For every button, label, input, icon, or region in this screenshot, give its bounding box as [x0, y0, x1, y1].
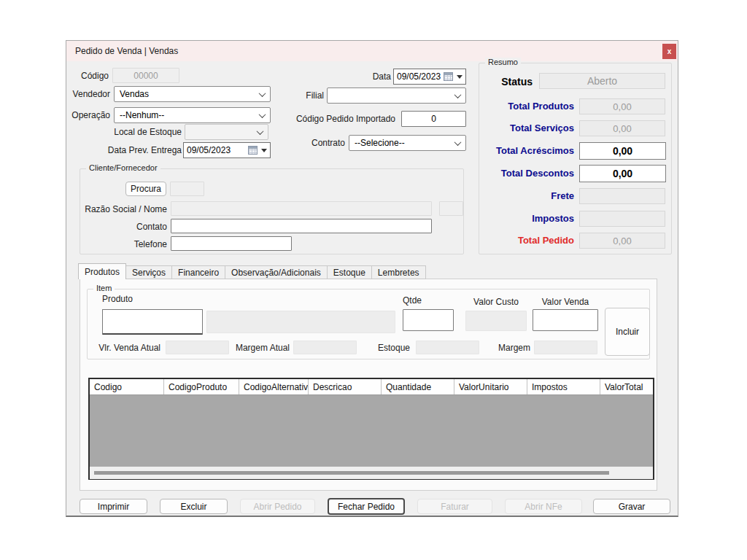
razao-social-label: Razão Social / Nome [80, 204, 167, 214]
calendar-icon [248, 146, 258, 155]
valor-custo-label: Valor Custo [465, 297, 527, 307]
pedido-venda-window: Pedido de Venda | Vendas x Código 00000 … [66, 40, 678, 517]
contato-field[interactable] [171, 219, 432, 233]
tab-lembretes[interactable]: Lembretes [372, 265, 426, 279]
incluir-button[interactable]: Incluir [605, 308, 650, 356]
abrir-pedido-button: Abrir Pedido [240, 499, 315, 514]
data-prev-entrega-value: 09/05/2023 [187, 145, 231, 155]
horizontal-scrollbar[interactable] [90, 467, 653, 479]
vendedor-combo[interactable]: Vendas [114, 86, 271, 102]
status-label: Status [479, 76, 533, 88]
frete-label: Frete [479, 190, 574, 201]
estoque-label: Estoque [352, 343, 410, 353]
faturar-button: Faturar [417, 499, 492, 514]
valor-venda-label: Valor Venda [533, 297, 598, 307]
filial-label: Filial [285, 90, 324, 101]
procura-button[interactable]: Procura [125, 182, 166, 196]
produto-field[interactable] [102, 309, 203, 335]
grid-header-descricao[interactable]: Descricao [309, 379, 382, 394]
item-group: Item Produto Qtde Valor Custo Valor Vend… [87, 289, 650, 359]
tab-bar: Produtos Serviços Financeiro Observação/… [78, 263, 426, 279]
gravar-button[interactable]: Gravar [593, 499, 670, 514]
grid-header-quantidade[interactable]: Quantidade [382, 379, 454, 394]
excluir-button[interactable]: Excluir [160, 499, 228, 514]
itens-grid: Codigo CodigoProduto CodigoAlternativo D… [88, 378, 654, 480]
data-value: 09/05/2023 [397, 71, 441, 82]
impostos-label: Impostos [479, 213, 574, 224]
operacao-combo[interactable]: --Nenhum-- [114, 107, 271, 123]
total-pedido-field: 0,00 [579, 233, 665, 249]
vendedor-value: Vendas [120, 89, 149, 99]
imprimir-button[interactable]: Imprimir [80, 499, 147, 514]
filial-combo[interactable] [327, 88, 466, 104]
valor-custo-field [465, 311, 527, 331]
margem-field [534, 341, 597, 354]
grid-header-codigo[interactable]: Codigo [90, 379, 164, 394]
abrir-nfe-button: Abrir NFe [505, 499, 582, 514]
status-field: Aberto [539, 73, 665, 89]
resumo-group: Resumo Status Aberto Total Produtos 0,00… [479, 63, 672, 254]
data-label: Data [351, 71, 391, 82]
data-picker[interactable]: 09/05/2023 [393, 69, 466, 85]
estoque-field [416, 341, 479, 354]
contrato-combo[interactable]: --Selecione-- [349, 135, 466, 151]
total-servicos-field: 0,00 [579, 120, 665, 136]
codigo-pedido-importado-field[interactable]: 0 [401, 111, 466, 127]
total-descontos-field[interactable]: 0,00 [579, 165, 666, 182]
chevron-down-icon [454, 139, 462, 146]
tab-observacao-adicionais[interactable]: Observação/Adicionais [225, 265, 328, 279]
grid-header-row: Codigo CodigoProduto CodigoAlternativo D… [90, 379, 653, 395]
data-prev-entrega-label: Data Prev. Entrega [107, 145, 182, 155]
resumo-caption: Resumo [485, 58, 521, 66]
produto-descricao-field [206, 311, 395, 333]
grid-header-valorunitario[interactable]: ValorUnitario [454, 379, 527, 394]
dropdown-arrow-icon [261, 149, 267, 152]
operacao-value: --Nenhum-- [120, 110, 164, 120]
total-pedido-label: Total Pedido [479, 235, 574, 246]
grid-body [90, 395, 653, 467]
item-caption: Item [93, 284, 115, 292]
tab-estoque[interactable]: Estoque [328, 265, 372, 279]
margem-label: Margem [472, 343, 530, 353]
fechar-pedido-button[interactable]: Fechar Pedido [328, 498, 405, 515]
window-title: Pedido de Venda | Vendas [75, 46, 178, 56]
grid-header-codigoalternativo[interactable]: CodigoAlternativo [239, 379, 309, 394]
chevron-down-icon [257, 128, 264, 135]
chevron-down-icon [454, 91, 462, 98]
cliente-fornecedor-caption: Cliente/Fornecedor [86, 163, 160, 172]
data-prev-entrega-picker[interactable]: 09/05/2023 [183, 142, 271, 158]
grid-header-valortotal[interactable]: ValorTotal [600, 379, 653, 394]
qtde-label: Qtde [403, 295, 439, 306]
codigo-pedido-importado-label: Código Pedido Importado [285, 114, 395, 124]
tab-servicos[interactable]: Serviços [126, 265, 172, 279]
margem-atual-field [293, 341, 357, 354]
titlebar: Pedido de Venda | Vendas x [66, 41, 678, 61]
tab-financeiro[interactable]: Financeiro [172, 265, 225, 279]
vlr-venda-atual-label: Vlr. Venda Atual [93, 343, 160, 353]
calendar-icon [444, 72, 453, 81]
codigo-label: Código [66, 71, 109, 81]
qtde-field[interactable] [403, 309, 454, 331]
cliente-fornecedor-group: Cliente/Fornecedor Procura Razão Social … [80, 168, 464, 254]
close-icon: x [667, 47, 672, 55]
close-button[interactable]: x [662, 44, 676, 59]
contrato-label: Contrato [285, 138, 345, 148]
telefone-label: Telefone [80, 239, 167, 249]
tab-produtos[interactable]: Produtos [78, 263, 126, 279]
total-descontos-label: Total Descontos [479, 168, 574, 179]
total-produtos-field: 0,00 [579, 98, 665, 114]
telefone-field[interactable] [171, 236, 292, 251]
grid-header-codigoproduto[interactable]: CodigoProduto [164, 379, 239, 394]
contrato-value: --Selecione-- [355, 138, 405, 148]
scrollbar-thumb[interactable] [94, 471, 609, 475]
contato-label: Contato [80, 222, 167, 232]
chevron-down-icon [259, 90, 266, 97]
local-estoque-label: Local de Estoque [110, 127, 182, 137]
chevron-down-icon [259, 111, 266, 118]
local-estoque-combo[interactable] [185, 124, 268, 140]
frete-field [579, 188, 665, 204]
total-acrescimos-field[interactable]: 0,00 [579, 142, 666, 160]
grid-header-impostos[interactable]: Impostos [527, 379, 600, 394]
valor-venda-field[interactable] [533, 309, 598, 331]
procura-codigo-field [170, 182, 204, 196]
